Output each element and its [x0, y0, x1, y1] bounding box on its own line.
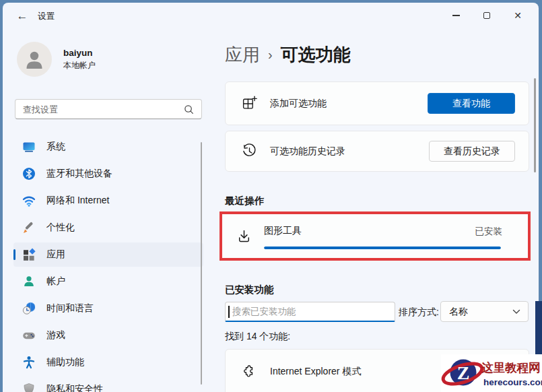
screenshot-stage: ← 设置 ✕ baiyun 本地帐户	[0, 0, 542, 392]
status-badge: 已安装	[475, 226, 503, 238]
main-scrollbar[interactable]	[534, 78, 536, 172]
time-language-icon	[22, 302, 36, 315]
sidebar-item-label: 游戏	[46, 329, 65, 341]
breadcrumb: 应用 › 可选功能	[225, 43, 351, 67]
recent-actions-title: 最近操作	[225, 195, 264, 207]
text-caret	[228, 306, 230, 318]
feature-history-label: 可选功能历史记录	[270, 145, 345, 158]
sidebar-item-label: 辅助功能	[46, 356, 84, 368]
sidebar-scrollbar[interactable]	[201, 142, 202, 385]
sidebar-nav: 系统 蓝牙和其他设备	[13, 135, 203, 392]
watermark-domain-text: herecours.com	[483, 377, 542, 387]
view-features-button[interactable]: 查看功能	[428, 93, 515, 114]
back-button[interactable]: ←	[13, 8, 31, 24]
sidebar-item-label: 网络和 Internet	[46, 195, 109, 207]
sidebar-item-network[interactable]: 网络和 Internet	[13, 189, 203, 213]
system-icon	[22, 140, 36, 154]
user-account-type: 本地帐户	[63, 60, 96, 71]
privacy-icon	[22, 383, 36, 392]
graphics-tools-card[interactable]: 图形工具 已安装	[222, 214, 528, 258]
sidebar-item-label: 系统	[46, 141, 65, 153]
sidebar-item-label: 应用	[46, 249, 65, 261]
feature-count-text: 找到 14 个功能:	[225, 331, 290, 343]
progress-bar	[264, 247, 501, 249]
recent-feature-name: 图形工具	[264, 225, 302, 237]
user-block[interactable]: baiyun 本地帐户	[17, 42, 96, 77]
settings-window: ← 设置 ✕ baiyun 本地帐户	[3, 3, 539, 392]
page-title: 可选功能	[281, 43, 351, 67]
close-button[interactable]: ✕	[502, 3, 533, 28]
sidebar-item-bluetooth[interactable]: 蓝牙和其他设备	[13, 162, 203, 186]
minimize-icon	[452, 15, 460, 15]
gaming-icon	[22, 329, 36, 342]
sort-by-label: 排序方式:	[399, 306, 439, 319]
maximize-icon	[483, 12, 490, 19]
breadcrumb-chevron-icon: ›	[268, 47, 273, 63]
red-annotation-box: 图形工具 已安装	[219, 211, 531, 261]
puzzle-icon	[242, 364, 257, 380]
add-optional-feature-card: 添加可选功能 查看功能	[225, 81, 529, 125]
history-icon	[242, 143, 257, 159]
sort-dropdown[interactable]: 名称	[440, 301, 529, 322]
installed-features-title: 已安装功能	[225, 284, 274, 296]
ie-mode-label: Internet Explorer 模式	[270, 366, 361, 378]
download-icon	[236, 229, 252, 247]
add-feature-icon	[242, 96, 257, 111]
user-name: baiyun	[63, 48, 96, 58]
sidebar-item-accounts[interactable]: 帐户	[13, 269, 203, 294]
accessibility-icon	[22, 356, 36, 369]
chevron-down-icon	[512, 309, 520, 315]
close-icon: ✕	[514, 11, 522, 20]
sidebar-item-time-language[interactable]: 时间和语言	[13, 296, 203, 321]
sidebar-item-privacy[interactable]: 隐私和安全性	[13, 377, 203, 392]
bluetooth-icon	[22, 167, 36, 181]
installed-search-box[interactable]	[225, 302, 395, 322]
add-feature-label: 添加可选功能	[270, 98, 327, 110]
person-icon	[23, 48, 46, 71]
watermark-z-glyph: Z	[457, 362, 470, 383]
titlebar: ← 设置 ✕	[3, 3, 539, 30]
settings-search-box[interactable]	[15, 99, 202, 119]
sidebar-item-label: 蓝牙和其他设备	[46, 168, 112, 180]
minimize-button[interactable]	[440, 3, 471, 28]
view-history-button[interactable]: 查看历史记录	[429, 141, 515, 162]
selected-accent-bar	[13, 249, 15, 260]
maximize-button[interactable]	[471, 3, 502, 28]
feature-history-card: 可选功能历史记录 查看历史记录	[225, 131, 529, 172]
personalization-icon	[22, 221, 36, 234]
watermark-title-text: 这里教程网	[481, 361, 541, 374]
installed-search-input[interactable]	[226, 302, 395, 321]
watermark-logo: Z 这里教程网 herecours.com	[441, 354, 542, 392]
sidebar-item-gaming[interactable]: 游戏	[13, 323, 203, 348]
back-arrow-icon: ←	[17, 9, 28, 23]
apps-icon	[22, 248, 36, 261]
sidebar-item-apps[interactable]: 应用	[13, 242, 203, 267]
sidebar-item-label: 帐户	[46, 275, 65, 288]
sidebar-item-system[interactable]: 系统	[13, 135, 203, 159]
progress-bar-fill	[264, 247, 501, 249]
app-title: 设置	[38, 11, 55, 22]
sidebar-item-label: 时间和语言	[46, 302, 94, 315]
sidebar-item-personalization[interactable]: 个性化	[13, 216, 203, 240]
breadcrumb-parent[interactable]: 应用	[225, 43, 260, 67]
accounts-icon	[22, 275, 36, 288]
search-icon	[184, 104, 194, 115]
sidebar-item-accessibility[interactable]: 辅助功能	[13, 350, 203, 374]
avatar	[17, 42, 52, 77]
sidebar-item-label: 个性化	[46, 222, 75, 234]
network-icon	[22, 194, 36, 207]
sidebar-item-label: 隐私和安全性	[46, 383, 103, 392]
sort-dropdown-value: 名称	[449, 306, 468, 318]
settings-search-input[interactable]	[15, 104, 184, 115]
